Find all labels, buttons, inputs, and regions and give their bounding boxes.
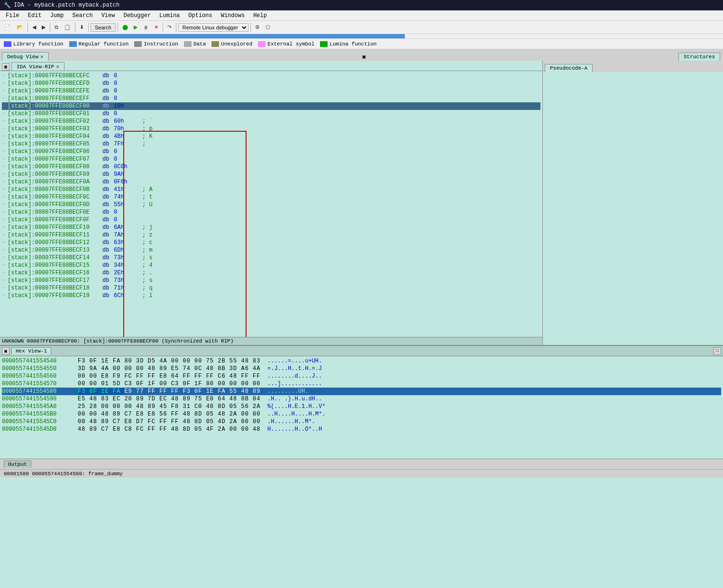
line-addr: [stack]:00007FFE08BECF15 (8, 262, 102, 269)
config-button[interactable]: ⚙ (253, 23, 262, 32)
code-line[interactable]: ·[stack]:00007FFE08BECEFC db 0 (2, 72, 540, 80)
line-dot: · (2, 262, 8, 269)
subtab-ida-close[interactable]: ✕ (56, 63, 59, 70)
code-line[interactable]: ·[stack]:00007FFE08BECF07 db 0 (2, 155, 540, 163)
pause-button[interactable]: ⏸ (141, 23, 151, 32)
code-line[interactable]: ·[stack]:00007FFE08BECF04 db 4Bh ; K (2, 133, 540, 140)
hex-line[interactable]: 00005574415545B0 00 00 48 89 C7 E8 E8 56… (2, 410, 721, 418)
line-val: 0F6h (114, 179, 142, 185)
hex-tab[interactable]: Hex View-1 (11, 347, 51, 354)
sep2 (50, 23, 50, 32)
code-line[interactable]: ·[stack]:00007FFE08BECF0A db 0F6h (2, 178, 540, 186)
legend-library-label: Library function (13, 41, 64, 47)
menu-options[interactable]: Options (184, 11, 216, 20)
hex-line[interactable]: 00005574415545D0 48 89 C7 E8 C8 FC FF FF… (2, 425, 721, 433)
code-line[interactable]: ·[stack]:00007FFE08BECF15 db 34h ; 4 (2, 262, 540, 269)
tab-debug-close[interactable]: ✕ (40, 54, 44, 60)
menu-view[interactable]: View (98, 11, 119, 20)
back-button[interactable]: ◀ (30, 23, 38, 32)
code-line[interactable]: ·[stack]:00007FFE08BECF01 db 0 (2, 110, 540, 118)
breakpoint-button[interactable]: ⬤ (120, 23, 130, 32)
code-line[interactable]: ·[stack]:00007FFE08BECF0B db 41h ; A (2, 186, 540, 193)
hex-line[interactable]: 0000557441554580 F3 0F 1E FA E9 77 FF FF… (2, 388, 721, 395)
hex-line[interactable]: 0000557441554590 E5 48 83 EC 20 89 7D EC… (2, 395, 721, 403)
subtab-ida-view-rip[interactable]: IDA View-RIP ✕ (11, 62, 64, 71)
download-button[interactable]: ⬇ (77, 23, 86, 32)
hex-nav-icon[interactable]: ▣ (2, 347, 9, 355)
hex-expand-icon[interactable]: □ (714, 347, 721, 355)
legend-unexplored-label: Unexplored (221, 41, 252, 47)
line-op: db (102, 141, 114, 147)
menu-windows[interactable]: Windows (217, 11, 248, 20)
line-op: db (102, 194, 114, 200)
line-val: 4Bh (114, 133, 142, 140)
menu-debugger[interactable]: Debugger (119, 11, 155, 20)
line-op: db (102, 217, 114, 223)
code-line[interactable]: ·[stack]:00007FFE08BECF17 db 73h ; s (2, 277, 540, 284)
code-line[interactable]: ·[stack]:00007FFE08BECF12 db 63h ; c (2, 239, 540, 246)
code-line[interactable]: ·[stack]:00007FFE08BECF14 db 73h ; s (2, 254, 540, 262)
code-line[interactable]: ·[stack]:00007FFE08BECF0F db 0 (2, 216, 540, 224)
hex-line-addr: 00005574415545C0 (2, 418, 78, 425)
code-line[interactable]: ·[stack]:00007FFE08BECF06 db 0 (2, 148, 540, 155)
code-line[interactable]: ·[stack]:00007FFE08BECF0E db 0 (2, 208, 540, 216)
run-button[interactable]: ▶ (131, 23, 140, 32)
code-line[interactable]: ·[stack]:00007FFE08BECF18 db 71h ; q (2, 284, 540, 292)
open-button[interactable]: 📂 (14, 23, 26, 32)
menu-help[interactable]: Help (249, 11, 271, 20)
code-line[interactable]: ·[stack]:00007FFE08BECEFD db 0 (2, 80, 540, 87)
line-op: db (102, 209, 114, 216)
code-line[interactable]: ·[stack]:00007FFE08BECF09 db 9Ah (2, 171, 540, 178)
tab-debug-view[interactable]: Debug View ✕ (2, 52, 49, 61)
hex-line[interactable]: 00005574415545C0 00 48 89 C7 E8 D7 FC FF… (2, 418, 721, 425)
legend-external-color (258, 41, 265, 47)
code-line[interactable]: ·[stack]:00007FFE08BECF19 db 6Ch ; l (2, 292, 540, 299)
menu-jump[interactable]: Jump (46, 11, 68, 20)
line-op: db (102, 270, 114, 276)
stop-button[interactable]: ✕ (152, 23, 161, 32)
ida-nav-icon[interactable]: ▣ (2, 63, 9, 71)
menu-edit[interactable]: Edit (24, 11, 46, 20)
code-line[interactable]: ·[stack]:00007FFE08BECF11 db 7Ah ; z (2, 231, 540, 239)
nav-back-icon[interactable]: ▣ (362, 53, 367, 61)
code-line[interactable]: ·[stack]:00007FFE08BECF16 db 2Eh ; . (2, 269, 540, 277)
code-line[interactable]: ·[stack]:00007FFE08BECF03 db 70h ; p (2, 125, 540, 133)
hex-line[interactable]: 0000557441554540 F3 0F 1E FA 80 3D D5 4A… (2, 357, 721, 365)
menu-file[interactable]: File (2, 11, 23, 20)
hex-line[interactable]: 0000557441554560 00 00 E8 F9 FC FF FF E8… (2, 372, 721, 380)
code-line[interactable]: ·[stack]:00007FFE08BECF02 db 60h ; ` (2, 118, 540, 125)
code-line[interactable]: ·[stack]:00007FFE08BECEFE db 0 (2, 87, 540, 95)
forward-button[interactable]: ▶ (39, 23, 48, 32)
hex-content[interactable]: 0000557441554540 F3 0F 1E FA 80 3D D5 4A… (0, 356, 723, 459)
code-content[interactable]: ·[stack]:00007FFE08BECEFC db 0·[stack]:0… (0, 71, 542, 337)
code-line[interactable]: ·[stack]:00007FFE08BECF0C db 74h ; t (2, 193, 540, 201)
pseudocode-area (543, 72, 723, 345)
code-line[interactable]: ·[stack]:00007FFE08BECF08 db 0C0h (2, 163, 540, 171)
hex-line[interactable]: 00005574415545A0 25 28 00 00 00 48 89 45… (2, 403, 721, 410)
process-button[interactable]: ⬡ (263, 23, 273, 32)
menu-search[interactable]: Search (68, 11, 96, 20)
line-op: db (102, 254, 114, 261)
legend-bar: Library function Regular function Instru… (0, 39, 723, 49)
code-line[interactable]: ·[stack]:00007FFE08BECF05 db 7Fh ; (2, 140, 540, 148)
code-line[interactable]: ·[stack]:00007FFE08BECF10 db 6Ah ; j (2, 224, 540, 231)
code-line[interactable]: ·[stack]:00007FFE08BECF00 db 10h (2, 102, 540, 110)
tab-structures[interactable]: Structures (678, 53, 720, 61)
hex-line[interactable]: 0000557441554570 00 00 01 5D C3 0F 1F 00… (2, 380, 721, 388)
debugger-select[interactable]: Remote Linux debugger (178, 23, 248, 32)
legend-lumina-label: Lumina function (329, 41, 376, 47)
copy-button[interactable]: ⧉ (52, 23, 61, 32)
step-over-button[interactable]: ↷ (165, 23, 174, 32)
hex-tab-label: Hex View-1 (16, 348, 47, 354)
paste-button[interactable]: 📋 (62, 23, 73, 32)
new-button[interactable]: 📄 (2, 23, 13, 32)
subtab-pseudocode[interactable]: Pseudocode-A (545, 64, 593, 72)
code-line[interactable]: ·[stack]:00007FFE08BECF0D db 55h ; U (2, 201, 540, 208)
hex-line[interactable]: 0000557441554550 3D 9A 4A 00 00 00 48 89… (2, 365, 721, 372)
line-dot: · (2, 126, 8, 132)
menu-lumina[interactable]: Lumina (156, 11, 183, 20)
output-tab[interactable]: Output (4, 461, 31, 468)
code-line[interactable]: ·[stack]:00007FFE08BECF13 db 6Dh ; m (2, 246, 540, 254)
search-button[interactable]: Search (91, 23, 116, 32)
code-line[interactable]: ·[stack]:00007FFE08BECEFF db 0 (2, 95, 540, 102)
